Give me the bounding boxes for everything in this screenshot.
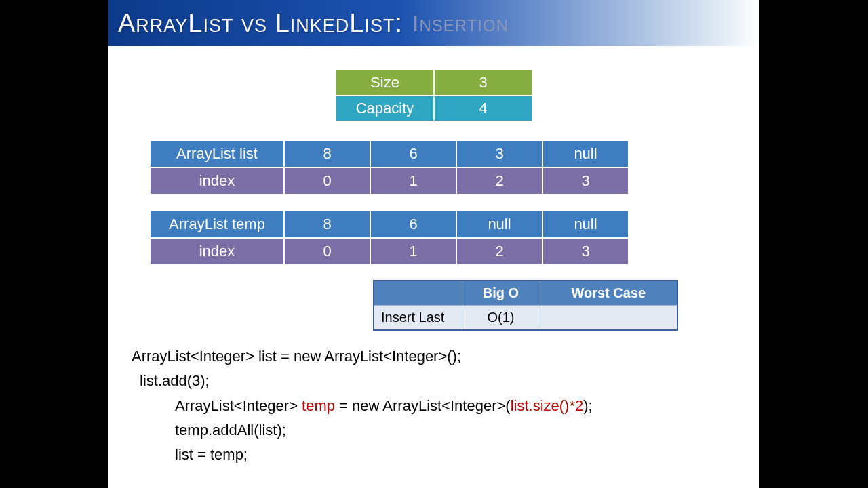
arr2-v0: 8 bbox=[284, 211, 370, 238]
arr2-i2: 2 bbox=[456, 238, 542, 265]
arr2-v3: null bbox=[542, 211, 629, 238]
arr1-i3: 3 bbox=[542, 167, 629, 195]
arr1-i0: 0 bbox=[284, 167, 370, 195]
arr1-i1: 1 bbox=[370, 167, 456, 195]
arr2-idx-label: index bbox=[150, 238, 284, 265]
arr1-v1: 6 bbox=[370, 140, 456, 167]
arr2-v1: 6 bbox=[370, 211, 456, 238]
size-label: Size bbox=[336, 70, 434, 96]
code-line-3: ArrayList<Integer> temp = new ArrayList<… bbox=[132, 394, 593, 418]
arraylist-temp-table: ArrayList temp 8 6 null null index 0 1 2… bbox=[149, 210, 629, 266]
arr2-i1: 1 bbox=[370, 238, 456, 265]
arr1-i2: 2 bbox=[456, 167, 542, 195]
capacity-value: 4 bbox=[434, 96, 532, 121]
arr1-v2: 3 bbox=[456, 140, 542, 167]
capacity-label: Capacity bbox=[336, 96, 434, 121]
arr2-v2: null bbox=[456, 211, 542, 238]
code-block: ArrayList<Integer> list = new ArrayList<… bbox=[132, 344, 593, 467]
code-l3d: list.size()*2 bbox=[511, 397, 584, 414]
arr2-label: ArrayList temp bbox=[150, 211, 284, 238]
bigo-h3: Worst Case bbox=[540, 281, 677, 306]
title-sub: Insertion bbox=[412, 10, 509, 37]
title-bar: ArrayList vs LinkedList: Insertion bbox=[108, 0, 760, 46]
bigo-r1c3 bbox=[540, 306, 677, 331]
arr1-v0: 8 bbox=[284, 140, 370, 167]
arr2-i0: 0 bbox=[284, 238, 370, 265]
code-l3c: = new ArrayList<Integer>( bbox=[335, 397, 511, 414]
arraylist-list-table: ArrayList list 8 6 3 null index 0 1 2 3 bbox=[149, 140, 629, 195]
code-l3b: temp bbox=[302, 397, 335, 414]
code-line-5: list = temp; bbox=[132, 443, 593, 467]
size-capacity-table: Size 3 Capacity 4 bbox=[335, 69, 533, 122]
arr1-v3: null bbox=[542, 140, 629, 167]
size-value: 3 bbox=[434, 70, 532, 96]
bigo-h2: Big O bbox=[462, 281, 540, 306]
code-line-1: ArrayList<Integer> list = new ArrayList<… bbox=[132, 344, 593, 369]
arr1-label: ArrayList list bbox=[150, 140, 284, 167]
bigo-table: Big O Worst Case Insert Last O(1) bbox=[373, 280, 678, 331]
bigo-r1c1: Insert Last bbox=[374, 306, 462, 331]
arr1-idx-label: index bbox=[150, 167, 284, 195]
arr2-i3: 3 bbox=[542, 238, 629, 265]
bigo-h1 bbox=[374, 281, 462, 306]
code-l3e: ); bbox=[583, 397, 592, 414]
title-main: ArrayList vs LinkedList: bbox=[118, 9, 403, 38]
code-line-4: temp.addAll(list); bbox=[132, 418, 593, 443]
slide: ArrayList vs LinkedList: Insertion Size … bbox=[108, 0, 760, 488]
bigo-r1c2: O(1) bbox=[462, 306, 540, 331]
code-l3a: ArrayList<Integer> bbox=[175, 397, 302, 414]
code-line-2: list.add(3); bbox=[132, 369, 593, 393]
